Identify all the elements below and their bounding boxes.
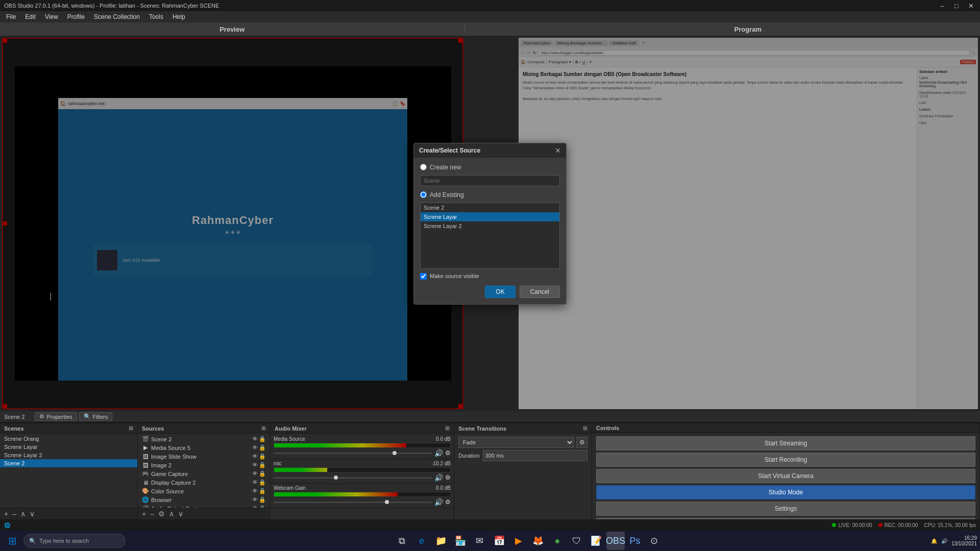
source-media-lock[interactable]: 🔒 xyxy=(259,444,266,451)
taskbar-edge[interactable]: e xyxy=(412,532,431,550)
settings-button[interactable]: Settings xyxy=(596,502,975,516)
audio-media-slider[interactable] xyxy=(274,453,432,454)
source-game-lock[interactable]: 🔒 xyxy=(259,470,266,477)
audio-media-handle[interactable] xyxy=(393,451,397,455)
source-game-eye[interactable]: 👁 xyxy=(252,470,258,477)
transition-settings-btn[interactable]: ⚙ xyxy=(576,437,587,448)
taskbar-store[interactable]: 🏪 xyxy=(451,532,470,550)
source-color-eye[interactable]: 👁 xyxy=(252,488,258,494)
taskbar-search[interactable]: 🔍 Type here to search xyxy=(23,534,126,548)
scene-name-input[interactable] xyxy=(420,175,560,186)
start-button[interactable]: ⊞ xyxy=(3,532,21,550)
transition-type-dropdown[interactable]: Fade Cut Swipe xyxy=(458,437,574,448)
scenes-up-btn[interactable]: ∧ xyxy=(19,510,27,518)
sources-settings-btn[interactable]: ⚙ xyxy=(157,510,166,518)
properties-tab[interactable]: ⚙ Properties xyxy=(35,412,77,421)
source-display-lock[interactable]: 🔒 xyxy=(259,479,266,486)
taskbar-mail[interactable]: ✉ xyxy=(471,532,489,550)
start-virtual-camera-button[interactable]: Start Virtual Camera xyxy=(596,469,975,483)
source-slideshow[interactable]: 🖼 Image Slide Show 👁 🔒 xyxy=(138,452,270,461)
source-image2[interactable]: 🖼 Image 2 👁 🔒 xyxy=(138,461,270,469)
source-browser[interactable]: 🌐 Browser 👁 🔒 xyxy=(138,495,270,504)
scene-list-item-2[interactable]: Screne Layar xyxy=(421,212,559,221)
scene-item-layar[interactable]: Screne Layar xyxy=(0,443,137,451)
menu-profile[interactable]: Profile xyxy=(63,12,89,21)
taskbar-files[interactable]: 📁 xyxy=(432,532,450,550)
source-browser-lock[interactable]: 🔒 xyxy=(259,496,266,503)
source-browser-eye[interactable]: 👁 xyxy=(252,496,258,503)
audio-mic-handle[interactable] xyxy=(334,475,338,480)
add-existing-radio[interactable] xyxy=(420,191,427,198)
audio-expand-btn[interactable]: ⊞ xyxy=(445,425,450,432)
audio-media-settings-btn[interactable]: ⚙ xyxy=(445,449,451,457)
minimize-button[interactable]: – xyxy=(937,2,947,10)
source-scene2[interactable]: 🎬 Scene 2 👁 🔒 xyxy=(138,435,270,443)
menu-scene-collection[interactable]: Scene Collection xyxy=(90,12,144,21)
taskbar-other[interactable]: ⊙ xyxy=(645,532,664,550)
audio-webcam-mute-btn[interactable]: 🔊 xyxy=(434,498,443,506)
maximize-button[interactable]: □ xyxy=(951,2,962,10)
scenes-down-btn[interactable]: ∨ xyxy=(29,510,36,518)
audio-mic-slider[interactable] xyxy=(274,477,432,479)
taskbar-vpn[interactable]: 🛡 xyxy=(568,532,586,550)
duration-input[interactable] xyxy=(483,450,587,461)
source-color[interactable]: 🎨 Color Source 👁 🔒 xyxy=(138,487,270,495)
scene-item-orang[interactable]: Screne Orang xyxy=(0,435,137,443)
studio-mode-button[interactable]: Studio Mode xyxy=(596,485,975,499)
make-visible-checkbox[interactable] xyxy=(420,273,427,280)
source-color-lock[interactable]: 🔒 xyxy=(259,488,266,494)
scenes-add-btn[interactable]: + xyxy=(3,510,9,518)
scenes-remove-btn[interactable]: – xyxy=(11,510,17,518)
taskbar-notification-icon[interactable]: 🔔 xyxy=(931,538,937,544)
audio-mic-mute-btn[interactable]: 🔊 xyxy=(434,473,443,482)
source-image2-eye[interactable]: 👁 xyxy=(252,462,258,468)
source-display[interactable]: 🖥 Display Capture 2 👁 🔒 xyxy=(138,478,270,487)
dialog-cancel-button[interactable]: Cancel xyxy=(520,286,560,298)
menu-tools[interactable]: Tools xyxy=(145,12,167,21)
close-button[interactable]: ✕ xyxy=(966,2,976,10)
source-audio-out[interactable]: 🔊 Audio Output Capture 👁 🔒 xyxy=(138,504,270,508)
menu-view[interactable]: View xyxy=(41,12,62,21)
menu-help[interactable]: Help xyxy=(168,12,189,21)
taskbar-media[interactable]: ▶ xyxy=(509,532,528,550)
source-scene2-lock[interactable]: 🔒 xyxy=(259,436,266,442)
start-recording-button[interactable]: Start Recording xyxy=(596,453,975,467)
source-game[interactable]: 🎮 Game Capture 👁 🔒 xyxy=(138,469,270,478)
taskbar-obs[interactable]: OBS xyxy=(606,532,625,550)
sources-add-btn[interactable]: + xyxy=(141,510,147,518)
source-media[interactable]: ▶ Media Source 5 👁 🔒 xyxy=(138,443,270,452)
scenes-expand-btn[interactable]: ⊞ xyxy=(129,425,133,432)
scene-item-layar2[interactable]: Screne Layar 2 xyxy=(0,451,137,459)
filters-tab[interactable]: 🔍 Filters xyxy=(79,412,113,421)
source-image2-lock[interactable]: 🔒 xyxy=(259,462,266,468)
taskbar-task-view[interactable]: ⧉ xyxy=(393,532,411,550)
scene-list[interactable]: Scene 2 Screne Layar Screne Layar 2 xyxy=(420,203,560,269)
source-slideshow-lock[interactable]: 🔒 xyxy=(259,453,266,460)
menu-file[interactable]: File xyxy=(2,12,20,21)
taskbar-clock[interactable]: 16:29 13/10/2021 xyxy=(951,535,977,546)
dialog-ok-button[interactable]: OK xyxy=(485,286,515,298)
transitions-expand-btn[interactable]: ⊞ xyxy=(583,425,587,432)
audio-webcam-slider[interactable] xyxy=(274,502,432,503)
audio-mic-settings-btn[interactable]: ⚙ xyxy=(445,474,451,481)
audio-webcam-settings-btn[interactable]: ⚙ xyxy=(445,498,451,506)
sources-down-btn[interactable]: ∨ xyxy=(177,510,184,518)
source-slideshow-eye[interactable]: 👁 xyxy=(252,453,258,460)
sources-up-btn[interactable]: ∧ xyxy=(168,510,175,518)
scene-list-item-3[interactable]: Screne Layar 2 xyxy=(421,221,559,231)
sources-expand-btn[interactable]: ⊞ xyxy=(261,425,266,432)
scene-list-item-1[interactable]: Scene 2 xyxy=(421,203,559,212)
taskbar-chrome[interactable]: ● xyxy=(548,532,567,550)
source-media-eye[interactable]: 👁 xyxy=(252,444,258,451)
scene-item-2[interactable]: Scene 2 xyxy=(0,459,137,467)
dialog-close-button[interactable]: ✕ xyxy=(555,146,561,155)
create-new-radio[interactable] xyxy=(420,164,427,170)
start-streaming-button[interactable]: Start Streaming xyxy=(596,436,975,450)
sources-remove-btn[interactable]: – xyxy=(149,510,155,518)
taskbar-firefox[interactable]: 🦊 xyxy=(529,532,547,550)
audio-webcam-handle[interactable] xyxy=(385,500,389,504)
taskbar-calendar[interactable]: 📅 xyxy=(490,532,508,550)
source-display-eye[interactable]: 👁 xyxy=(252,479,258,486)
taskbar-photoshop[interactable]: Ps xyxy=(626,532,644,550)
menu-edit[interactable]: Edit xyxy=(21,12,40,21)
